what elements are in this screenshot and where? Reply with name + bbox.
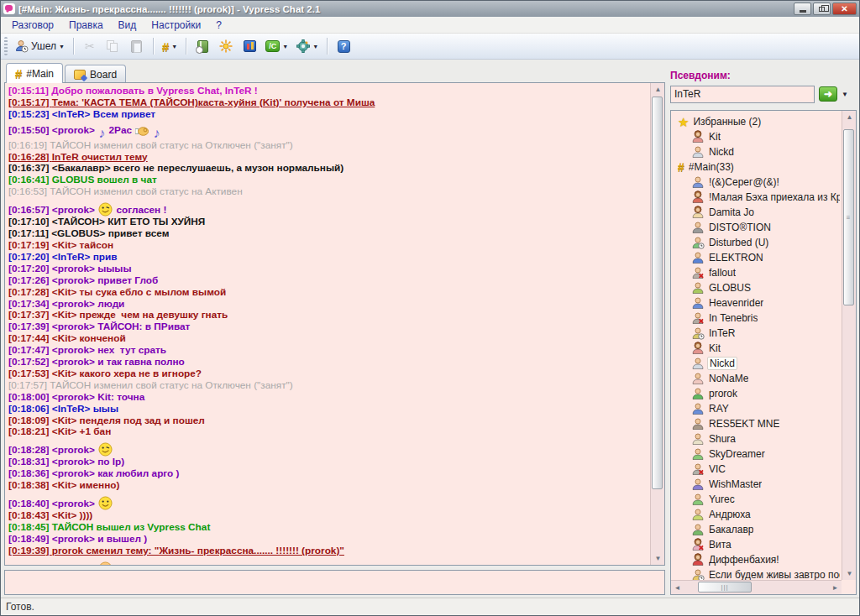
ok-hand-icon bbox=[135, 126, 149, 137]
user-item[interactable]: RAY bbox=[673, 401, 840, 416]
script-button[interactable]: /C ▼ bbox=[262, 36, 291, 56]
menu-item[interactable]: Разговор bbox=[4, 18, 61, 33]
user-name: SkyDreamer bbox=[709, 448, 765, 460]
chat-message: [0:17:28] <Kit> ты сука ебло с мылом вым… bbox=[8, 287, 647, 299]
nickname-dropdown-icon[interactable]: ▼ bbox=[842, 91, 848, 98]
female-user-icon bbox=[691, 206, 705, 219]
slash-c-icon: /C bbox=[265, 40, 280, 52]
chat-message: [0:18:09] <Kit> пенделя под зад и пошел bbox=[8, 415, 647, 427]
alert-button[interactable] bbox=[215, 36, 237, 56]
scroll-right-arrow[interactable]: ► bbox=[829, 581, 842, 595]
scroll-down-arrow[interactable]: ▼ bbox=[651, 552, 665, 565]
scroll-up-arrow[interactable]: ▲ bbox=[842, 111, 857, 123]
user-item[interactable]: GLOBUS bbox=[673, 280, 840, 295]
user-name: GLOBUS bbox=[709, 282, 751, 294]
menu-item[interactable]: ? bbox=[208, 18, 229, 33]
cut-button[interactable]: ✂ bbox=[79, 36, 101, 56]
user-hscroll-thumb[interactable]: ||| bbox=[698, 582, 752, 593]
user-item[interactable]: Андрюха bbox=[673, 507, 840, 522]
user-item[interactable]: prorok bbox=[673, 386, 840, 401]
copy-button[interactable] bbox=[102, 36, 124, 56]
user-item[interactable]: Yurec bbox=[673, 492, 840, 507]
user-item[interactable]: ELEKTRON bbox=[673, 250, 840, 265]
network-button[interactable]: ▼ bbox=[293, 36, 322, 56]
user-item[interactable]: !(&)Серег@(&)! bbox=[673, 175, 840, 190]
tools-window-icon bbox=[244, 40, 256, 52]
chat-message: [0:18:36] <prorok> как любил арго ) bbox=[8, 468, 647, 480]
user-item[interactable]: Shura bbox=[673, 431, 840, 446]
history-button[interactable] bbox=[191, 36, 213, 56]
tab-board[interactable]: Board bbox=[65, 65, 126, 83]
user-name: Damita Jo bbox=[709, 206, 754, 218]
settings-tools-button[interactable] bbox=[239, 36, 260, 56]
menu-item[interactable]: Настройки bbox=[144, 18, 208, 33]
user-item[interactable]: DISTO®TION bbox=[673, 220, 840, 235]
scroll-down-arrow[interactable]: ▼ bbox=[842, 567, 857, 580]
user-name: Диффенбахия! bbox=[709, 554, 779, 566]
user-item[interactable]: Бакалавр bbox=[673, 522, 840, 537]
paste-button[interactable] bbox=[126, 36, 148, 56]
message-input[interactable] bbox=[4, 570, 665, 595]
chat-message: [0:18:38] <Kit> именно) bbox=[8, 480, 647, 492]
board-note-icon bbox=[74, 70, 86, 80]
user-item[interactable]: Nickd bbox=[673, 144, 840, 159]
user-item[interactable]: SkyDreamer bbox=[673, 446, 840, 462]
user-list: ★Избранные (2)KitNickd##Main(33)!(&)Сере… bbox=[671, 111, 842, 580]
tree-section[interactable]: ★Избранные (2) bbox=[673, 114, 840, 129]
chat-message: [0:17:26] <prorok> привет Глоб bbox=[8, 275, 647, 287]
channels-button[interactable]: # ▼ bbox=[159, 36, 181, 56]
user-item[interactable]: !Малая Бэха приехала из Кры bbox=[673, 190, 840, 205]
user-item[interactable]: RES5EKT MNE bbox=[673, 416, 840, 431]
scroll-up-arrow[interactable]: ▲ bbox=[651, 83, 665, 96]
user-item[interactable]: Disturbed (U) bbox=[673, 235, 840, 250]
toolbar: Ушел ▼ ✂ # ▼ /C bbox=[1, 34, 859, 60]
user-item[interactable]: In Tenebris bbox=[673, 311, 840, 326]
user-item[interactable]: WishMaster bbox=[673, 477, 840, 492]
user-item[interactable]: NoNaMe bbox=[673, 371, 840, 386]
chat-message: [0:16:28] InTeR очистил тему bbox=[8, 152, 647, 164]
user-item[interactable]: VIC bbox=[673, 462, 840, 477]
nickname-input[interactable] bbox=[670, 86, 815, 103]
chat-message: [0:18:49] <prorok> и вышел ) bbox=[8, 534, 647, 546]
chat-log: [0:15:11] Добро пожаловать в Vypress Cha… bbox=[5, 83, 650, 565]
minimize-button[interactable] bbox=[794, 3, 811, 15]
close-button[interactable]: ✕ bbox=[832, 3, 857, 15]
user-item[interactable]: Вита bbox=[673, 537, 840, 552]
user-item[interactable]: InTeR bbox=[673, 326, 840, 341]
scroll-left-arrow[interactable]: ◄ bbox=[671, 581, 684, 595]
user-icon bbox=[691, 175, 705, 189]
help-button[interactable]: ? bbox=[333, 36, 354, 56]
user-item[interactable]: Nickd bbox=[673, 356, 840, 371]
user-list-hscrollbar[interactable]: ◄ ||| ► bbox=[671, 580, 842, 594]
user-item[interactable]: Если будем живы завтро пос bbox=[673, 567, 840, 580]
user-name: RAY bbox=[709, 403, 729, 415]
user-list-scrollbar[interactable]: ▲ ≡ ▼ bbox=[842, 111, 856, 580]
apply-nickname-button[interactable]: ➜ bbox=[819, 86, 837, 102]
user-icon bbox=[691, 357, 705, 370]
status-button[interactable]: Ушел ▼ bbox=[12, 36, 68, 56]
user-item[interactable]: Kit bbox=[673, 129, 840, 144]
user-scroll-thumb[interactable]: ≡ bbox=[843, 129, 854, 305]
chat-message: [0:16:37] <Бакалавр> всего не переслушае… bbox=[8, 163, 647, 175]
chat-message: [0:16:53] ТАЙСОН изменил свой статус на … bbox=[8, 186, 647, 198]
tab-main[interactable]: ##Main bbox=[6, 63, 63, 83]
user-item[interactable]: Kit bbox=[673, 341, 840, 356]
user-item[interactable]: fallout bbox=[673, 265, 840, 280]
user-item[interactable]: Damita Jo bbox=[673, 205, 840, 220]
restore-button[interactable] bbox=[813, 3, 831, 15]
chat-message: [0:17:57] ТАЙСОН изменил свой статус на … bbox=[8, 380, 647, 392]
chat-scroll-thumb[interactable] bbox=[652, 97, 663, 489]
chat-message: [0:18:31] <prorok> по Ip) bbox=[8, 457, 647, 468]
user-name: Андрюха bbox=[709, 509, 751, 520]
user-name: Kit bbox=[709, 342, 721, 354]
person-clock-icon bbox=[15, 39, 29, 53]
chat-message: [0:17:44] <Kit> конченой bbox=[8, 333, 647, 345]
menu-item[interactable]: Вид bbox=[111, 18, 144, 33]
chat-scrollbar[interactable]: ▲ ▼ bbox=[650, 83, 664, 565]
tree-section[interactable]: ##Main(33) bbox=[673, 159, 840, 175]
chat-message: [0:17:20] <prorok> ыыыы bbox=[8, 264, 647, 275]
toolbar-grip[interactable] bbox=[4, 37, 8, 55]
user-item[interactable]: Heavenrider bbox=[673, 295, 840, 311]
menu-item[interactable]: Правка bbox=[61, 18, 111, 33]
user-item[interactable]: Диффенбахия! bbox=[673, 552, 840, 567]
